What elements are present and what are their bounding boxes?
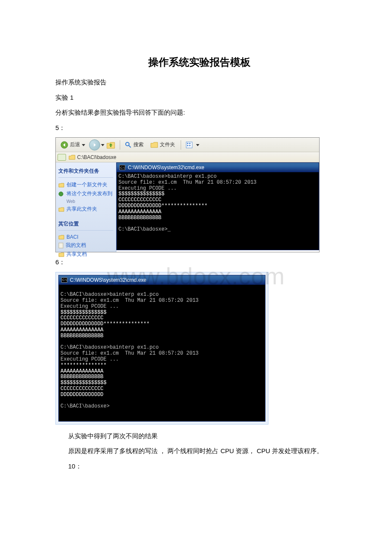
svg-rect-9 <box>59 243 63 248</box>
address-text: C:\BACI\badosxe <box>77 154 116 160</box>
cmd-window: C:\ C:\WINDOWS\system32\cmd.exe C:\BACI\… <box>58 275 265 422</box>
sidebar-item-web[interactable]: Web <box>58 198 113 205</box>
forward-button[interactable] <box>89 139 100 150</box>
sidebar-heading: 其它位置 <box>58 219 113 231</box>
cmd-titlebar[interactable]: C:\ C:\WINDOWS\system32\cmd.exe <box>59 275 265 285</box>
cmd-output: C:\BACI\badosxe>bainterp ex1.pco Source … <box>59 285 265 421</box>
search-icon <box>125 142 132 148</box>
view-button[interactable] <box>183 140 202 150</box>
address-path[interactable]: C:\BACI\badosxe <box>69 154 116 160</box>
new-folder-icon <box>58 182 64 188</box>
explorer-sidebar: 文件和文件夹任务 创建一个新文件夹 将这个文件夹发布到 Web 共享此文件夹 其… <box>56 162 116 252</box>
cmd-titlebar[interactable]: C:\ C:\WINDOWS\system32\cmd.exe <box>117 163 319 172</box>
separator <box>181 140 181 150</box>
share-icon <box>58 207 64 212</box>
cmd-title-text: C:\WINDOWS\system32\cmd.exe <box>128 165 204 171</box>
folders-label: 文件夹 <box>160 141 175 148</box>
search-label: 搜索 <box>133 141 144 148</box>
go-button[interactable] <box>58 154 66 161</box>
dropdown-icon <box>101 143 104 147</box>
cmd-output: C:\BACI\badosxe>bainterp ex1.pco Source … <box>117 172 319 250</box>
sidebar-item-label: 创建一个新文件夹 <box>66 181 107 188</box>
paragraph: 分析实验结果参照实验指导书回答下面的问题: <box>55 107 343 118</box>
sidebar-item-publish[interactable]: 将这个文件夹发布到 <box>58 189 113 198</box>
publish-icon <box>58 191 64 197</box>
paragraph: 实验 1 <box>55 92 343 103</box>
paragraph: 从实验中得到了两次不同的结果 <box>55 431 343 442</box>
dropdown-icon <box>82 143 85 147</box>
sidebar-item-label: 我的文档 <box>66 242 86 249</box>
explorer-body: 文件和文件夹任务 创建一个新文件夹 将这个文件夹发布到 Web 共享此文件夹 其… <box>56 162 319 252</box>
back-button[interactable]: 后退 <box>58 140 88 150</box>
folder-icon <box>58 234 64 240</box>
cmd-window: C:\ C:\WINDOWS\system32\cmd.exe C:\BACI\… <box>116 162 319 250</box>
svg-rect-6 <box>187 145 188 146</box>
sidebar-item-label: BACI <box>66 234 78 240</box>
view-icon <box>186 142 194 148</box>
explorer-screenshot: 后退 搜 <box>55 137 320 252</box>
sidebar-item-shareddocs[interactable]: 共享文档 <box>58 250 113 259</box>
svg-rect-5 <box>189 143 190 144</box>
sidebar-item-label: Web <box>66 199 75 204</box>
sidebar-item-baci[interactable]: BACI <box>58 233 113 241</box>
forward-icon <box>92 142 97 147</box>
up-button[interactable] <box>104 139 117 150</box>
folder-icon <box>58 252 64 257</box>
folder-icon <box>69 154 75 160</box>
cmd-icon: C:\ <box>119 165 125 170</box>
search-button[interactable]: 搜索 <box>122 140 147 150</box>
separator <box>120 140 120 150</box>
page-title: 操作系统实验报告模板 <box>55 55 343 69</box>
sidebar-item-label: 共享文档 <box>66 251 87 258</box>
svg-line-2 <box>129 145 131 147</box>
document-icon <box>58 243 63 249</box>
paragraph: 10： <box>55 461 343 472</box>
paragraph: 操作系统实验报告 <box>55 77 343 88</box>
cmd-icon: C:\ <box>61 278 67 283</box>
sidebar-item-label: 共享此文件夹 <box>66 205 97 213</box>
folder-up-icon <box>106 141 115 149</box>
explorer-toolbar: 后退 搜 <box>56 138 319 152</box>
sidebar-heading: 文件和文件夹任务 <box>58 166 113 178</box>
svg-rect-4 <box>187 143 188 144</box>
explorer-content: C:\ C:\WINDOWS\system32\cmd.exe C:\BACI\… <box>116 162 319 252</box>
document-page: 操作系统实验报告模板 操作系统实验报告 实验 1 分析实验结果参照实验指导书回答… <box>0 0 392 493</box>
folders-button[interactable]: 文件夹 <box>147 140 178 150</box>
svg-point-1 <box>126 142 129 146</box>
svg-rect-7 <box>189 145 190 146</box>
back-icon <box>61 141 68 149</box>
paragraph: 5： <box>55 122 343 133</box>
sidebar-item-label: 将这个文件夹发布到 <box>66 190 112 197</box>
dropdown-icon <box>196 143 199 147</box>
cmd-screenshot-2: C:\ C:\WINDOWS\system32\cmd.exe C:\BACI\… <box>55 272 268 425</box>
sidebar-item-mydocs[interactable]: 我的文档 <box>58 241 113 250</box>
svg-point-8 <box>59 192 63 196</box>
address-bar: C:\BACI\badosxe <box>56 152 319 162</box>
cmd-title-text: C:\WINDOWS\system32\cmd.exe <box>70 277 146 283</box>
sidebar-item-share[interactable]: 共享此文件夹 <box>58 205 113 214</box>
back-label: 后退 <box>70 141 80 148</box>
sidebar-item-new-folder[interactable]: 创建一个新文件夹 <box>58 180 113 189</box>
folders-icon <box>150 142 158 148</box>
paragraph: 原因是程序采用了多线程的写法 ， 两个线程同时抢占 CPU 资源， CPU 并发… <box>55 445 343 457</box>
